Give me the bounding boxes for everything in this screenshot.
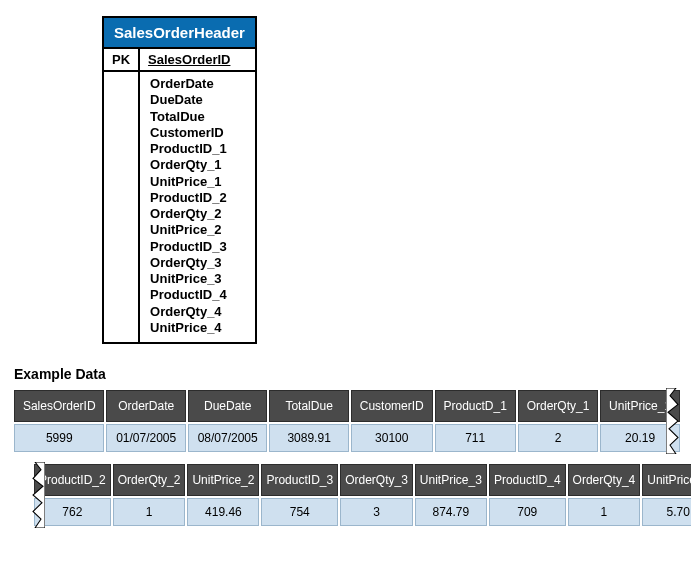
cell: 1 — [113, 498, 186, 526]
cell: 709 — [489, 498, 566, 526]
cell: 08/07/2005 — [188, 424, 267, 452]
example-data-label: Example Data — [14, 366, 679, 382]
pk-field: SalesOrderID — [139, 48, 256, 71]
entity-title: SalesOrderHeader — [103, 17, 256, 48]
cell: 5999 — [14, 424, 104, 452]
cell: 20.19 — [600, 424, 680, 452]
col-header: ProductID_4 — [489, 464, 566, 496]
example-row-1: SalesOrderID OrderDate DueDate TotalDue … — [12, 388, 679, 454]
pk-label: PK — [103, 48, 139, 71]
cell: 754 — [261, 498, 338, 526]
col-header: ProductID_2 — [34, 464, 111, 496]
entity-field: TotalDue — [150, 109, 245, 125]
cell: 5.70 — [642, 498, 691, 526]
entity-field: CustomerID — [150, 125, 245, 141]
cell: 711 — [435, 424, 516, 452]
col-header: OrderQty_2 — [113, 464, 186, 496]
col-header: OrderQty_1 — [518, 390, 598, 422]
entity-field: UnitPrice_2 — [150, 222, 245, 238]
example-table-1: SalesOrderID OrderDate DueDate TotalDue … — [12, 388, 682, 454]
col-header: SalesOrderID — [14, 390, 104, 422]
entity-field: OrderDate — [150, 76, 245, 92]
entity-empty-cell — [103, 71, 139, 343]
cell: 419.46 — [187, 498, 259, 526]
col-header: DueDate — [188, 390, 267, 422]
entity-field: OrderQty_2 — [150, 206, 245, 222]
cell: 3089.91 — [269, 424, 348, 452]
col-header: ProductID_3 — [261, 464, 338, 496]
cell: 1 — [568, 498, 641, 526]
entity-field: ProductID_4 — [150, 287, 245, 303]
entity-table: SalesOrderHeader PK SalesOrderID OrderDa… — [102, 16, 257, 344]
col-header: TotalDue — [269, 390, 348, 422]
col-header: UnitPrice_3 — [415, 464, 487, 496]
entity-field: UnitPrice_3 — [150, 271, 245, 287]
entity-field: ProductID_1 — [150, 141, 245, 157]
entity-field: DueDate — [150, 92, 245, 108]
example-row-2: ProductID_2 OrderQty_2 UnitPrice_2 Produ… — [12, 462, 679, 528]
cell: 2 — [518, 424, 598, 452]
entity-field: OrderQty_3 — [150, 255, 245, 271]
entity-field: OrderQty_1 — [150, 157, 245, 173]
cell: 30100 — [351, 424, 433, 452]
cell: 3 — [340, 498, 413, 526]
col-header: OrderQty_3 — [340, 464, 413, 496]
col-header: UnitPrice_4 — [642, 464, 691, 496]
col-header: OrderQty_4 — [568, 464, 641, 496]
col-header: ProductD_1 — [435, 390, 516, 422]
col-header: UnitPrice_2 — [187, 464, 259, 496]
entity-fields: OrderDate DueDate TotalDue CustomerID Pr… — [139, 71, 256, 343]
entity-field: UnitPrice_1 — [150, 174, 245, 190]
entity-field: UnitPrice_4 — [150, 320, 245, 336]
cell: 01/07/2005 — [106, 424, 185, 452]
example-table-2: ProductID_2 OrderQty_2 UnitPrice_2 Produ… — [32, 462, 691, 528]
cell: 874.79 — [415, 498, 487, 526]
col-header: OrderDate — [106, 390, 185, 422]
entity-field: ProductID_2 — [150, 190, 245, 206]
entity-field: OrderQty_4 — [150, 304, 245, 320]
col-header: UnitPrice_1 — [600, 390, 680, 422]
entity-field: ProductID_3 — [150, 239, 245, 255]
cell: 762 — [34, 498, 111, 526]
col-header: CustomerID — [351, 390, 433, 422]
